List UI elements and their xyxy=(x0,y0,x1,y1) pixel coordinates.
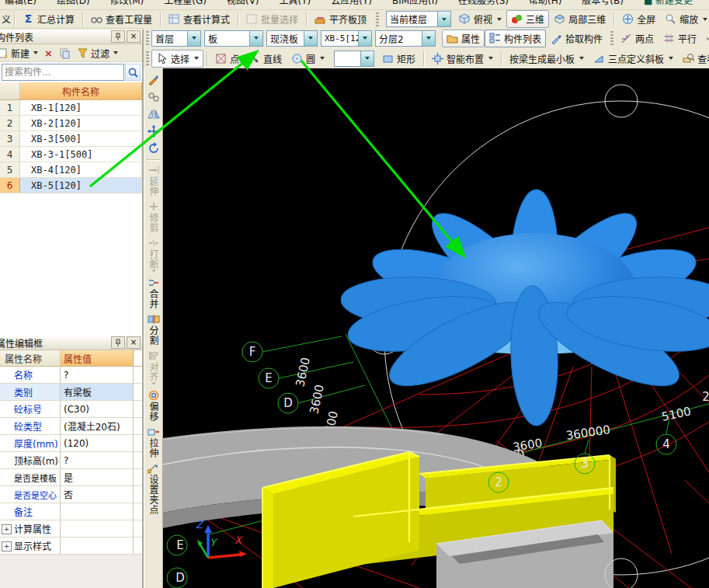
component-row[interactable]: 3XB-3[500] xyxy=(0,131,142,147)
type-combo[interactable]: 现浇板 xyxy=(266,30,318,47)
view-3d-button[interactable]: 三维 xyxy=(506,10,549,28)
filter-button[interactable]: 过滤 xyxy=(91,47,109,60)
new-dropdown-arrow[interactable] xyxy=(33,51,38,54)
align-button[interactable]: 对齐 xyxy=(147,350,160,385)
component-row[interactable]: 1XB-1[120] xyxy=(0,100,142,116)
length-button[interactable]: 长度 xyxy=(701,30,709,47)
menu-version[interactable]: 版本号(B) xyxy=(582,0,624,6)
move-button[interactable] xyxy=(148,125,160,137)
search-icon[interactable] xyxy=(125,64,141,81)
pick-component-button[interactable]: 拾取构件 xyxy=(546,30,607,47)
set-grips-button[interactable]: 设置夹点 xyxy=(147,463,160,515)
smart-layout-button[interactable]: 智能布置 xyxy=(427,50,498,68)
current-floor-combo[interactable]: 当前楼层 xyxy=(386,11,451,27)
mirror-button[interactable] xyxy=(148,108,160,120)
edit-vertical-toolbar: 延伸 修剪 打断 合并 分割 对齐 偏移 拉伸 设置夹点 xyxy=(144,68,163,588)
attribute-button[interactable]: 属性 xyxy=(442,30,485,47)
arc-option-combo[interactable] xyxy=(334,50,374,67)
top-view-button[interactable]: 俯视 xyxy=(454,10,506,28)
floor-combo[interactable]: 首层 xyxy=(151,30,201,47)
view-slab-icon xyxy=(683,53,694,64)
property-row[interactable]: 砼类型(混凝土20石) xyxy=(0,418,142,435)
rectangle-tool-button[interactable]: 矩形 xyxy=(377,50,420,68)
property-row[interactable]: 砼标号(C30) xyxy=(0,401,142,418)
point-tool-button[interactable]: 点 xyxy=(210,50,244,68)
component-row[interactable]: 2XB-2[120] xyxy=(0,116,142,131)
format-brush-button[interactable] xyxy=(148,74,160,86)
two-point-button[interactable]: 两点 xyxy=(616,30,659,47)
component-row[interactable]: 4XB-3-1[500] xyxy=(0,147,142,162)
split-button[interactable]: 分割 xyxy=(147,314,160,346)
break-button[interactable]: 打断 xyxy=(147,238,160,273)
property-group-row[interactable]: +显示样式 xyxy=(0,538,142,555)
viewport-3d[interactable]: 3600 3600 3600 5700 3600 360000 6000 510… xyxy=(163,68,709,588)
circle-tool-icon xyxy=(291,53,303,64)
component-row-selected[interactable]: 6XB-5[120] xyxy=(0,178,142,193)
menu-edit[interactable]: 编辑(E) xyxy=(5,0,36,6)
flush-slab-top-button[interactable]: 平齐板顶 xyxy=(310,10,371,28)
menu-new-change[interactable]: ■ 新建变更 xyxy=(644,0,693,6)
property-row[interactable]: 厚度(mm)(120) xyxy=(0,435,142,452)
property-row[interactable]: 是否是空心否 xyxy=(0,486,142,503)
expand-plus-icon[interactable]: + xyxy=(2,541,12,551)
new-component-button[interactable]: 新建 xyxy=(11,47,30,60)
expand-plus-icon[interactable]: + xyxy=(2,524,12,534)
menu-modify[interactable]: 修改(M) xyxy=(110,0,144,6)
menu-tools[interactable]: 工具(T) xyxy=(280,0,311,6)
menu-bim[interactable]: BIM应用(I) xyxy=(392,0,438,6)
property-row-selected[interactable]: 类别有梁板 xyxy=(0,384,142,401)
view-quantity-button[interactable]: 查看工程量 xyxy=(86,10,157,28)
property-row[interactable]: 是否是楼板是 xyxy=(0,469,142,486)
clipped-button-label[interactable]: 义 xyxy=(2,12,11,26)
stretch-button[interactable]: 拉伸 xyxy=(147,426,160,458)
beam-min-slab-button[interactable]: 按梁生成最小板 xyxy=(505,50,589,68)
view-slab-button[interactable]: 查看板 xyxy=(678,50,709,68)
batch-edit-button[interactable] xyxy=(148,91,160,103)
property-row[interactable]: 备注 xyxy=(0,503,142,520)
close-icon[interactable]: × xyxy=(127,336,141,349)
filter-dropdown-arrow[interactable] xyxy=(113,51,118,54)
rotate-button[interactable] xyxy=(148,142,160,155)
flower-model[interactable] xyxy=(340,189,709,426)
offset-button[interactable]: 偏移 xyxy=(147,390,160,422)
extend-button[interactable]: 延伸 xyxy=(147,165,160,197)
parallel-button[interactable]: 平行 xyxy=(659,30,701,47)
menu-draw[interactable]: 绘图(D) xyxy=(57,0,90,6)
property-row[interactable]: 顶标高(m)? xyxy=(0,452,142,469)
line-tool-button[interactable]: 直线 xyxy=(244,50,287,68)
zoom-button[interactable]: 缩放 xyxy=(660,10,709,28)
summary-calc-button[interactable]: Σ 汇总计算 xyxy=(18,10,79,28)
pin-icon[interactable] xyxy=(111,336,125,349)
component-panel-title: 构件列表 xyxy=(0,30,109,43)
component-list-button[interactable]: 构件列表 xyxy=(485,30,546,47)
close-icon[interactable]: × xyxy=(127,30,141,43)
three-point-slope-button[interactable]: 三点定义斜板 xyxy=(589,50,678,68)
select-tool-button[interactable]: 选择 xyxy=(151,50,203,68)
local-3d-button[interactable]: 局部三维 xyxy=(549,10,610,28)
copy-component-icon[interactable] xyxy=(59,47,71,59)
category-combo[interactable]: 板 xyxy=(204,30,263,47)
view-formula-button[interactable]: 查看计算式 xyxy=(164,10,235,28)
property-group-row[interactable]: +计算属性 xyxy=(0,520,142,538)
delete-component-button[interactable]: × xyxy=(44,47,53,59)
merge-button[interactable]: 合并 xyxy=(147,277,160,309)
batch-select-button[interactable]: 批量选择 xyxy=(242,10,303,28)
menu-help[interactable]: 帮助(H) xyxy=(529,0,561,6)
rectangle-icon xyxy=(382,53,394,64)
trim-button[interactable]: 修剪 xyxy=(147,201,160,233)
element-name-combo[interactable]: XB-5[120] xyxy=(321,30,372,47)
menu-quantity[interactable]: 工程量(G) xyxy=(164,0,207,6)
fullscreen-button[interactable]: 全屏 xyxy=(617,10,660,28)
menu-view[interactable]: 视图(V) xyxy=(227,0,259,6)
magnifier-icon xyxy=(665,13,676,25)
component-row[interactable]: 5XB-4[120] xyxy=(0,162,142,178)
svg-text:3600: 3600 xyxy=(307,383,327,415)
search-input[interactable] xyxy=(2,64,124,81)
layer-combo[interactable]: 分层2 xyxy=(375,30,436,47)
menu-online[interactable]: 在线服务(S) xyxy=(458,0,509,6)
circle-tool-button[interactable]: 圆 xyxy=(287,50,329,68)
pin-icon[interactable] xyxy=(111,30,125,43)
property-row[interactable]: 名称? xyxy=(0,367,142,384)
smart-layout-icon xyxy=(432,53,443,64)
menu-cloud[interactable]: 云应用(Y) xyxy=(331,0,372,6)
